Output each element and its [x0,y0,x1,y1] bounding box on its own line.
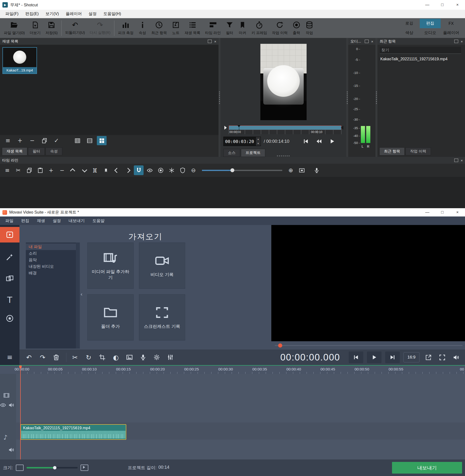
menu-export[interactable]: 내보내기 [65,218,89,224]
zoom-in-button[interactable]: ⊕ [286,166,296,175]
timecode-stepper[interactable]: ▲ ▼ [255,137,261,146]
copy-button[interactable] [24,166,34,175]
recent-search-input[interactable] [380,47,461,54]
step-down-icon[interactable]: ▼ [256,141,261,146]
preview-progress-bar[interactable] [275,345,463,346]
markers-button[interactable]: 마커 [236,19,249,38]
view-icons-button[interactable] [97,136,106,145]
playlist-add-button[interactable]: + [15,136,25,145]
rotate-button[interactable]: ↻ [83,351,95,363]
tab-source[interactable]: 소스 [223,149,240,157]
add-folder-button[interactable]: 폴더 추가 [87,294,134,341]
aspect-ratio-select[interactable]: 16:9 [403,352,420,362]
layout-logging-button[interactable]: 로깅 [399,19,420,28]
split-button[interactable]: ][ [90,166,100,175]
zoom-slider-knob[interactable] [231,168,234,172]
export-button[interactable]: 출력 [290,19,303,38]
record-video-button[interactable]: 비디오 기록 [139,242,185,289]
delete-button[interactable] [50,351,62,363]
minimize-button[interactable]: — [420,0,435,10]
in-point-marker[interactable] [224,126,227,130]
overwrite-button[interactable] [79,166,89,175]
save-button[interactable]: 저장(S) [43,19,60,38]
out-point-marker[interactable] [341,126,343,130]
category-sample-videos[interactable]: 내장된 비디오 [26,263,76,270]
color-adjust-button[interactable]: ◐ [110,351,122,363]
layout-audio-button[interactable]: 오디오 [420,28,441,38]
timeline-tracks-empty[interactable] [0,177,465,208]
timecode-spinner[interactable]: 00:00:03:20 ▲ ▼ [223,137,261,146]
sidebar-stickers-button[interactable] [0,310,20,326]
peak-meter-button[interactable]: 피크 측정 [116,19,136,38]
zoom-out-button[interactable]: ⊖ [189,166,198,175]
menu-edit[interactable]: 편집 [17,218,33,224]
layout-color-button[interactable]: 색상 [399,28,420,38]
menu-player[interactable]: 플레이어 [62,11,85,17]
timeline-zoom-slider[interactable] [27,467,78,468]
fullscreen-button[interactable] [437,352,447,362]
movavi-timeline-ruler[interactable]: 00:00:00 00:00:05 00:00:10 00:00:15 00:0… [0,366,465,374]
append-button[interactable]: + [46,166,56,175]
sidebar-import-button[interactable] [0,227,20,242]
zoom-slider-knob[interactable] [53,466,56,469]
open-other-button[interactable]: 더보기 [27,19,43,38]
menu-settings[interactable]: 설정 [85,11,100,17]
zoom-fit-button[interactable] [297,166,306,175]
float-panel-icon[interactable] [454,159,458,162]
float-panel-icon[interactable] [208,40,212,43]
close-panel-icon[interactable]: × [214,39,216,43]
timeline-button[interactable]: 타임 라인 [203,19,223,38]
ripple-toggle[interactable] [156,166,166,175]
close-button[interactable]: × [450,0,465,10]
previous-frame-button[interactable] [349,352,363,363]
crop-button[interactable] [96,351,108,363]
panel-splitter[interactable] [346,38,348,157]
record-voice-button[interactable] [137,351,149,363]
keyframes-button[interactable]: 키 프레임 [249,19,269,38]
history-button[interactable]: 작업 이력 [270,19,290,38]
maximize-button[interactable]: □ [435,0,450,10]
notes-button[interactable]: 노트 [169,19,182,38]
tab-recent[interactable]: 최근 항목 [379,147,405,155]
properties-button[interactable]: 속성 [136,19,149,38]
add-media-files-button[interactable]: 미디어 파일 추가하기 [87,242,134,289]
jobs-button[interactable]: 작업 [303,19,316,38]
tab-properties[interactable]: 속성 [45,147,62,155]
timeline-clip[interactable]: KakaoTalk_20221115_192715619.mp4 [21,424,126,440]
menu-file[interactable]: 파일(F) [2,11,22,17]
menu-settings[interactable]: 설정 [49,218,65,224]
play-button[interactable] [367,352,381,363]
recent-file-item[interactable]: KakaoTalk_20221115_192715619.mp4 [380,57,447,61]
sidebar-menu-button[interactable]: ≡ [0,350,20,365]
paste-button[interactable] [35,166,45,175]
preview-scrubber[interactable]: 00:00:00 00:00:10 [223,125,343,134]
panel-splitter[interactable] [375,38,377,157]
playlist-item[interactable]: KakaoT...19.mp4 [2,47,37,74]
audio-track-mute-toggle[interactable] [8,447,14,453]
menu-file[interactable]: 파일 [1,218,17,224]
scrubber-ruler[interactable]: 00:00:00 00:00:10 [229,130,341,134]
detach-player-button[interactable] [423,352,433,362]
ripple-delete-button[interactable]: − [57,166,67,175]
image-button[interactable] [123,351,136,363]
ripple-markers-toggle[interactable] [178,166,187,175]
maximize-button[interactable]: □ [435,208,450,217]
playlist-select-button[interactable]: ✓ [52,136,61,145]
filters-button[interactable]: 필터 [223,19,236,38]
undo-button[interactable]: ↶ 되돌리기(U) [63,19,87,38]
collapse-list-button[interactable]: ‹ [79,290,84,299]
skip-to-start-button[interactable] [303,138,309,144]
track-visibility-toggle[interactable] [0,402,6,408]
layout-fx-button[interactable]: FX [441,19,462,28]
horizontal-splitter[interactable] [277,155,290,156]
menu-view[interactable]: 보기(V) [42,11,62,17]
record-audio-button[interactable] [312,166,321,175]
playhead-marker[interactable] [239,125,239,134]
lift-button[interactable] [68,166,78,175]
sidebar-transitions-button[interactable] [0,271,20,286]
previous-marker-button[interactable] [112,166,122,175]
snap-toggle[interactable] [134,166,144,175]
volume-button[interactable] [451,352,461,362]
timeline-menu-button[interactable]: ≡ [2,166,12,175]
tab-filters[interactable]: 필터 [28,147,45,155]
